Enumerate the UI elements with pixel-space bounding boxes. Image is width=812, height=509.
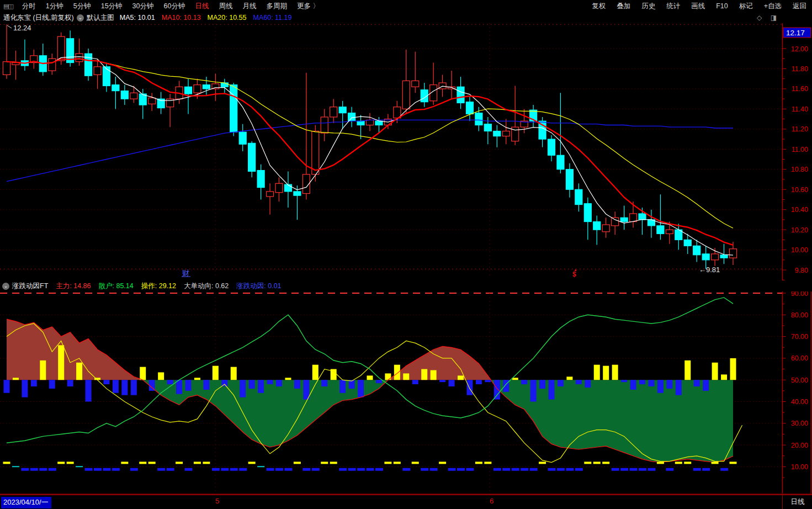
price-tick-label: 11.60 [792, 85, 808, 93]
action-统计[interactable]: 统计 [661, 2, 686, 10]
bar-down [694, 380, 700, 386]
candle-body [103, 67, 110, 86]
candle-body [548, 139, 555, 155]
action-复权[interactable]: 复权 [586, 2, 611, 10]
dash-blue [39, 468, 47, 471]
dash-blue [230, 468, 238, 471]
indicator-chart[interactable]: 90.0080.0070.0060.0050.0040.0030.0020.00… [0, 291, 812, 494]
tab-分时[interactable]: 分时 [17, 2, 41, 10]
candle-body [49, 59, 56, 71]
bar-down [439, 380, 445, 382]
period-toolbar: ▤◫ 分时1分钟5分钟15分钟30分钟60分钟日线周线月线多周期更多 〉 复权叠… [0, 0, 812, 12]
chart-header: 通化东宝 (日线,前复权) ⌄ 默认主图 MA5: 10.01MA10: 10.… [0, 12, 812, 23]
bar-down [376, 380, 382, 383]
dash-blue [466, 468, 474, 471]
bar-up [312, 365, 319, 380]
dash-yellow [139, 462, 146, 464]
finance-marker[interactable]: 财 [182, 269, 189, 277]
dash-blue [448, 468, 456, 471]
bar-down [31, 380, 37, 386]
ma-legend-item: MA10: 10.13 [162, 14, 201, 22]
tab-1分钟[interactable]: 1分钟 [41, 2, 68, 10]
candle-body [121, 91, 128, 99]
price-tick-label: 11.00 [792, 146, 808, 153]
candle-body [221, 83, 228, 87]
bar-down [185, 380, 192, 391]
ma-legend-item: MA20: 10.55 [208, 14, 247, 22]
app-icon[interactable]: ▤◫ [3, 3, 13, 10]
dash-blue [575, 468, 583, 471]
high-arrow [7, 25, 12, 28]
tab-15分钟[interactable]: 15分钟 [96, 2, 128, 10]
bar-down [485, 380, 491, 382]
indicator-tick-label: 80.00 [791, 311, 808, 319]
chevron-down-icon[interactable]: ⌄ [2, 283, 9, 290]
tab-60分钟[interactable]: 60分钟 [159, 2, 190, 10]
tab-周线[interactable]: 周线 [214, 2, 237, 10]
dash-blue [157, 468, 165, 471]
candle-body [284, 184, 291, 192]
dash-blue [284, 468, 292, 471]
tab-日线[interactable]: 日线 [190, 2, 214, 10]
bar-down [103, 380, 109, 384]
price-tick-label: 9.80 [795, 267, 808, 274]
bar-down [558, 380, 564, 386]
candle-body [57, 36, 65, 61]
month-marker: 6 [490, 497, 493, 505]
bar-up [140, 367, 146, 380]
corner-icons[interactable]: ◇ ◨ [757, 14, 780, 22]
action-+自选[interactable]: +自选 [758, 2, 787, 10]
dividend-marker[interactable]: $ [572, 271, 576, 278]
candle-body [194, 85, 201, 93]
bar-up [76, 363, 82, 380]
overlay-label[interactable]: 默认主图 [87, 13, 114, 23]
candle-body [357, 121, 364, 125]
tab-5分钟[interactable]: 5分钟 [68, 2, 96, 10]
candle-body [185, 87, 192, 94]
action-历史[interactable]: 历史 [636, 2, 661, 10]
bar-up [403, 373, 409, 380]
date-label: 2023/04/10/一 [1, 497, 51, 508]
dash-blue [521, 468, 528, 471]
bar-down [86, 380, 92, 401]
action-画线[interactable]: 画线 [686, 2, 710, 10]
dash-blue [421, 468, 428, 471]
bar-up [158, 372, 164, 380]
indicator-value: 涨跌动因: 0.01 [236, 282, 281, 290]
candle-body [684, 240, 691, 246]
candle-body [203, 85, 210, 89]
action-返回[interactable]: 返回 [787, 2, 812, 10]
bar-up [213, 366, 219, 380]
action-F10[interactable]: F10 [710, 2, 734, 10]
bar-down [676, 380, 682, 395]
dash-blue [620, 468, 628, 471]
indicator-name[interactable]: 涨跌动因FT [12, 282, 48, 291]
action-标记[interactable]: 标记 [734, 2, 758, 10]
dash-blue [302, 468, 310, 471]
dash-blue [402, 468, 410, 471]
tab-30分钟[interactable]: 30分钟 [128, 2, 159, 10]
indicator-value: 操作: 29.12 [141, 282, 176, 290]
main-force-fill-down [491, 380, 733, 462]
price-tick-label: 10.20 [791, 226, 808, 234]
bar-down [648, 380, 654, 386]
bar-down [503, 380, 509, 392]
candle-body [267, 192, 274, 197]
chevron-down-icon[interactable]: ⌄ [77, 14, 84, 22]
dash-yellow [67, 462, 74, 464]
dash-blue [548, 468, 556, 471]
stock-title: 通化东宝 (日线,前复权) [3, 13, 74, 23]
bar-down [113, 380, 119, 393]
tab-多周期[interactable]: 多周期 [261, 2, 292, 10]
tab-月线[interactable]: 月线 [237, 2, 261, 10]
dash-yellow [294, 462, 301, 464]
action-叠加[interactable]: 叠加 [611, 2, 636, 10]
candlestick-chart[interactable]: 12.24←9.81财▲$12.0011.8011.6011.4011.2011… [0, 23, 812, 280]
candle-body [412, 81, 419, 87]
bar-up [684, 360, 691, 380]
dash-blue [239, 468, 247, 471]
price-tick-label: 10.60 [791, 186, 808, 194]
tab-更多 〉[interactable]: 更多 〉 [292, 2, 325, 10]
dash-blue [502, 468, 510, 471]
candle-body [475, 113, 482, 125]
